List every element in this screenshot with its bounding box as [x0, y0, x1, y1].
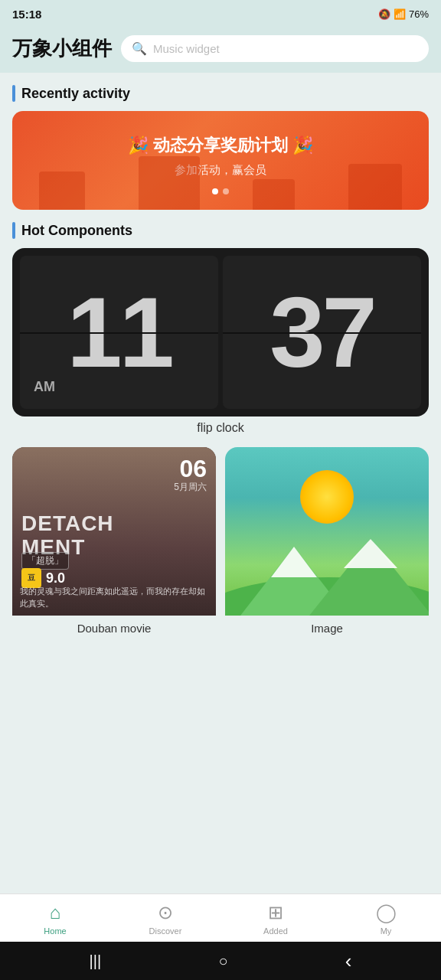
recently-activity-title: Recently activity	[21, 86, 130, 102]
svg-marker-4	[344, 539, 397, 568]
banner-main-text: 动态分享奖励计划	[153, 136, 288, 155]
nav-added[interactable]: ⊞ Added	[220, 902, 331, 936]
douban-card-image: 06 5月周六 DETACHMENT 「超脱」 豆 9.0 我的灵魂与我之间距离…	[12, 447, 216, 616]
my-icon: ◯	[376, 902, 397, 923]
dot-2	[223, 188, 229, 194]
search-bar[interactable]: 🔍 Music widget	[121, 35, 429, 62]
dot-1	[212, 188, 218, 194]
home-button[interactable]: ○	[218, 952, 227, 970]
search-placeholder-text: Music widget	[153, 42, 220, 55]
image-card-area	[225, 447, 429, 616]
nav-my-label: My	[381, 926, 392, 936]
battery-text: 76%	[409, 8, 429, 20]
flip-clock-widget[interactable]: 11 AM 37	[12, 248, 429, 416]
hot-components-title: Hot Components	[21, 223, 132, 239]
image-card[interactable]: Image	[225, 447, 429, 635]
back-button[interactable]: ‹	[345, 949, 352, 973]
status-time: 15:18	[12, 8, 41, 21]
main-content: Recently activity 🎉 动态分享奖励计划 🎉 参加活动，赢会员 …	[0, 73, 441, 893]
pillar-3	[253, 179, 295, 210]
wifi-icon: 📶	[394, 8, 406, 20]
flip-clock-label: flip clock	[12, 421, 429, 435]
recents-button[interactable]: |||	[90, 952, 102, 970]
douban-date-sub: 5月周六	[21, 481, 207, 494]
discover-icon: ⊙	[158, 902, 173, 923]
nav-my[interactable]: ◯ My	[331, 902, 441, 936]
douban-movie-card[interactable]: 06 5月周六 DETACHMENT 「超脱」 豆 9.0 我的灵魂与我之间距离…	[12, 447, 216, 635]
banner-dots	[28, 188, 413, 194]
mountain-svg	[225, 516, 429, 616]
status-icons: 🔕 📶 76%	[378, 8, 429, 20]
nav-discover-label: Discover	[149, 926, 182, 936]
recently-activity-header: Recently activity	[12, 85, 429, 102]
douban-overlay: 06 5月周六 DETACHMENT 「超脱」 豆 9.0 我的灵魂与我之间距离…	[12, 447, 216, 616]
bottom-nav: ⌂ Home ⊙ Discover ⊞ Added ◯ My	[0, 893, 441, 942]
section-accent-bar-2	[12, 222, 15, 239]
banner-emoji-left: 🎉	[128, 136, 149, 155]
banner-emoji-right: 🎉	[292, 136, 313, 155]
hot-components-header: Hot Components	[12, 222, 429, 239]
flip-minutes-value: 37	[270, 283, 374, 382]
douban-desc: 我的灵魂与我之间距离如此遥远，而我的存在却如此真实。	[20, 586, 208, 609]
image-card-label: Image	[225, 622, 429, 635]
flip-hours: 11 AM	[20, 256, 218, 409]
app-title: 万象小组件	[12, 35, 112, 62]
flip-hours-value: 11	[67, 283, 172, 382]
section-accent-bar	[12, 85, 15, 102]
banner-subtitle: 参加活动，赢会员	[28, 163, 413, 178]
widget-card-row: 06 5月周六 DETACHMENT 「超脱」 豆 9.0 我的灵魂与我之间距离…	[12, 447, 429, 635]
douban-badge-row: 豆 9.0	[21, 568, 65, 588]
banner-bg-decor	[12, 149, 429, 210]
douban-chinese-title: 「超脱」	[21, 552, 69, 570]
douban-score: 9.0	[46, 570, 65, 586]
nav-discover[interactable]: ⊙ Discover	[110, 902, 220, 936]
status-bar: 15:18 🔕 📶 76%	[0, 0, 441, 28]
added-icon: ⊞	[268, 902, 283, 923]
svg-marker-3	[271, 547, 317, 577]
nav-home[interactable]: ⌂ Home	[0, 902, 110, 936]
promo-banner[interactable]: 🎉 动态分享奖励计划 🎉 参加活动，赢会员	[12, 111, 429, 210]
douban-logo: 豆	[21, 568, 41, 588]
douban-card-label: Douban movie	[12, 622, 216, 635]
nav-added-label: Added	[263, 926, 288, 936]
banner-title: 🎉 动态分享奖励计划 🎉	[28, 134, 413, 157]
search-icon: 🔍	[132, 41, 147, 56]
douban-bg: 06 5月周六 DETACHMENT 「超脱」 豆 9.0 我的灵魂与我之间距离…	[12, 447, 216, 616]
nav-home-label: Home	[44, 926, 66, 936]
header: 万象小组件 🔍 Music widget	[0, 28, 441, 73]
image-card-bg	[225, 447, 429, 616]
mute-icon: 🔕	[378, 8, 390, 20]
flip-ampm: AM	[34, 379, 55, 395]
douban-date: 06	[21, 456, 207, 481]
flip-minutes: 37	[223, 256, 421, 409]
system-nav: ||| ○ ‹	[0, 942, 441, 980]
home-icon: ⌂	[50, 902, 61, 923]
